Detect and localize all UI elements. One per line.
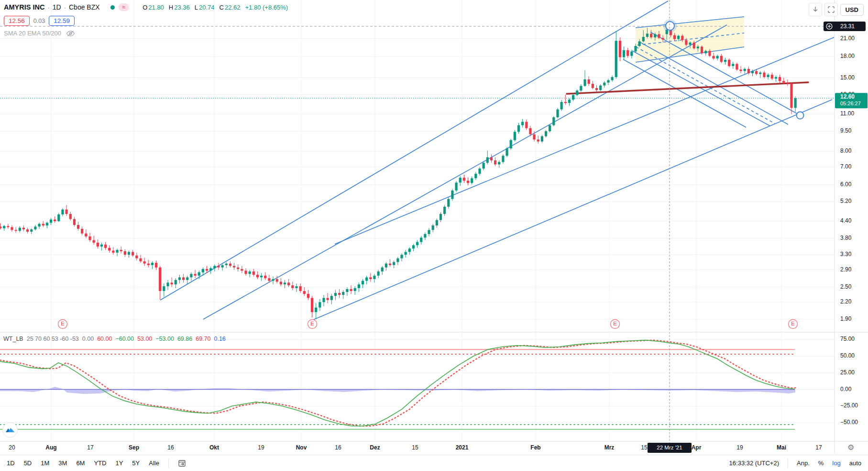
candle-body [19,228,21,231]
timezone-settings-icon[interactable]: ⚙ [847,443,854,452]
auto-scale-toggle[interactable]: auto [849,460,861,467]
close-label: C [220,4,224,11]
range-button-5d[interactable]: 5D [24,460,32,467]
range-button-1d[interactable]: 1D [7,460,15,467]
candle-body [3,226,5,228]
drawing-trendline[interactable] [640,42,788,124]
candle-body [533,135,536,140]
candle-body [681,36,683,40]
candle-body [439,214,442,220]
range-button-6m[interactable]: 6M [76,460,85,467]
candle-body [34,226,36,229]
candle-body [736,64,738,69]
chart-canvas[interactable]: EEEE27.0021.0018.0015.0013.0011.009.508.… [0,0,868,471]
sell-button[interactable]: 12.56 [4,16,30,26]
drawing-trendline[interactable] [313,100,832,320]
price-axis-label: 2.50 [840,283,852,290]
fullscreen-button[interactable] [824,3,838,16]
candle-body [677,36,680,39]
candle-body [775,77,777,78]
candle-body [607,80,609,83]
range-button-1y[interactable]: 1Y [115,460,123,467]
drawing-trendline[interactable] [335,37,834,244]
candle-body [463,178,465,180]
drawing-trendline[interactable] [160,1,668,300]
wt-indicator-value: −60.00 [115,336,134,342]
wt-indicator-value: 60.00 [97,336,112,342]
ma-indicator-label[interactable]: SMA 20 EMA 50/200 [4,30,61,37]
ohlc-readout: O21.80 H23.36 L20.74 C22.62 [143,4,240,11]
indicator-axis-label: −50.00 [840,419,858,426]
scroll-to-realtime-button[interactable] [809,3,822,16]
log-scale-toggle[interactable]: log [832,460,840,467]
candle-body [350,289,352,291]
candle-body [794,98,797,108]
symbol-title[interactable]: AMYRIS INC [4,3,44,11]
candle-body [221,265,224,268]
candle-body [77,225,79,229]
adjust-toggle[interactable]: Anp. [797,460,810,467]
drawing-trendline[interactable] [632,51,770,126]
candle-body [708,51,711,56]
interval-label[interactable]: 1D [53,3,61,11]
candle-body [408,248,411,252]
candle-body [478,168,481,174]
range-button-3m[interactable]: 3M [58,460,67,467]
candle-body [545,131,547,136]
wt-indicator-value: 69.70 [196,336,210,342]
candle-body [739,69,742,71]
candle-body [751,71,754,73]
candle-body [786,83,789,84]
clock-label[interactable]: 16:33:32 (UTC+2) [729,460,779,467]
delayed-data-icon[interactable]: ≈ [119,3,130,11]
wt-indicator-legend[interactable]: WT_LB25 70 60 53 -60 -530.0060.00−60.005… [3,336,226,342]
range-button-5y[interactable]: 5Y [132,460,140,467]
candle-body [244,270,247,274]
buy-button[interactable]: 12.59 [49,16,75,26]
candle-body [673,35,676,39]
candle-body [186,277,188,280]
candle-body [334,293,337,296]
candle-body [514,132,516,140]
candle-body [264,276,266,278]
arrow-down-icon [812,6,819,13]
range-button-1m[interactable]: 1M [41,460,49,467]
go-to-date-icon[interactable] [178,459,187,468]
indicator-axis-label: 0.00 [840,386,852,392]
wt-indicator-name: WT_LB [3,336,23,342]
candle-body [576,90,578,95]
candle-body [38,224,40,227]
drawing-anchor-point[interactable] [797,112,804,119]
price-axis-label: 6.00 [840,181,852,188]
candle-body [85,234,87,236]
eye-slash-icon[interactable] [66,30,75,37]
candle-body [233,266,235,267]
candle-body [373,276,375,279]
indicator-logo[interactable] [2,422,18,437]
toolbar-divider [168,459,169,468]
candle-body [97,243,99,247]
candle-body [327,298,329,300]
drawing-trendline[interactable] [203,25,727,319]
candle-body [0,226,1,228]
currency-button[interactable]: USD [840,4,864,16]
range-button-ytd[interactable]: YTD [94,460,106,467]
candle-body [400,255,403,258]
candle-body [599,86,602,90]
time-axis-label: Apr [692,444,702,451]
candle-body [381,268,384,271]
candle-body [272,279,274,281]
high-value: 23.36 [174,4,190,11]
exchange-label[interactable]: Cboe BZX [69,3,100,11]
percent-toggle[interactable]: % [818,460,824,467]
candle-body [716,56,719,58]
candle-body [151,263,154,265]
candle-body [782,81,785,82]
range-button-alle[interactable]: Alle [149,460,159,467]
candle-body [459,178,461,182]
drawing-anchor-point[interactable] [666,22,674,30]
drawing-red-trendline[interactable] [567,82,808,94]
candle-body [389,264,391,265]
candle-body [498,162,500,164]
time-axis-label: 17 [815,444,822,451]
